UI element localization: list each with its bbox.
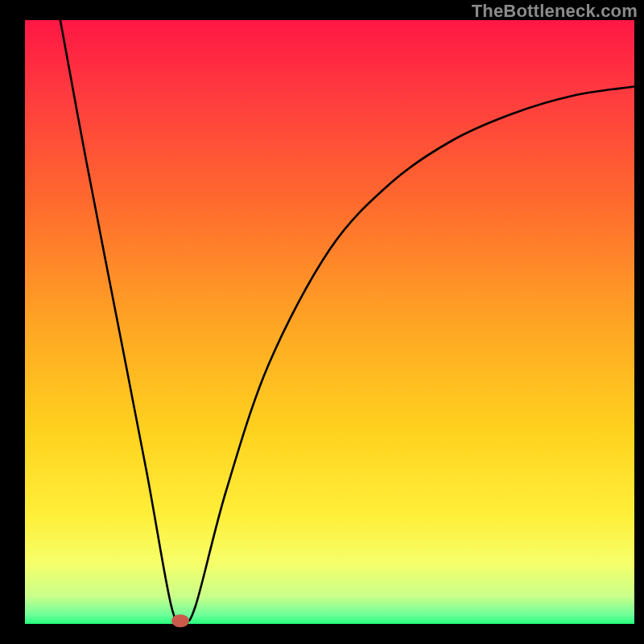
- watermark-text: TheBottleneck.com: [472, 1, 638, 22]
- plot-area: [25, 20, 634, 624]
- chart-svg: [0, 0, 644, 644]
- optimal-point-marker: [171, 614, 189, 627]
